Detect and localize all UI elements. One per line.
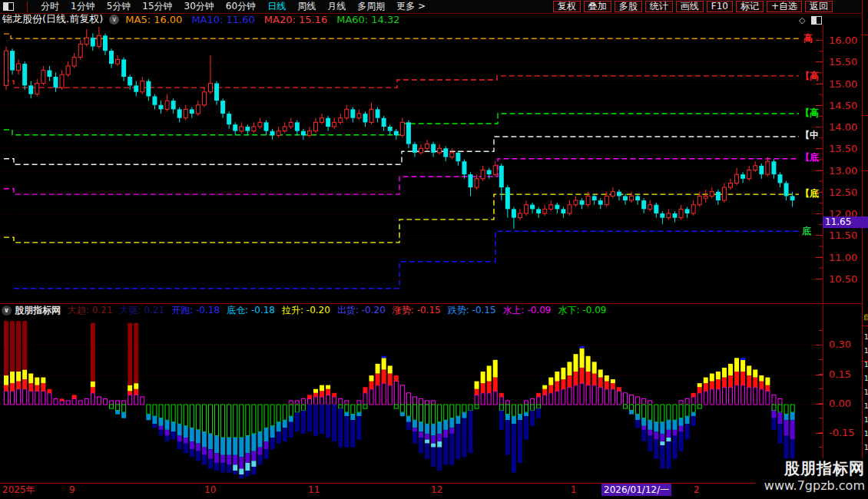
indicator-seg-below — [635, 415, 640, 421]
indicator-seg-above — [574, 372, 578, 385]
period-item-5分钟[interactable]: 5分钟 — [107, 0, 131, 13]
indicator-seg-above — [765, 378, 770, 385]
period-item-60分钟[interactable]: 60分钟 — [226, 0, 256, 13]
candle-body-up — [475, 179, 479, 187]
window-split-icon[interactable] — [3, 2, 14, 11]
candle-body-up — [574, 200, 578, 205]
indicator-seg-below — [771, 418, 776, 430]
indicator-seg-below — [672, 430, 677, 436]
toolbar-button-标记[interactable]: 标记 — [736, 1, 764, 12]
indicator-seg-below — [784, 405, 788, 415]
indicator-seg-below — [426, 405, 429, 424]
indicator-seg-above — [382, 369, 386, 383]
indicator-seg-below — [202, 431, 207, 447]
candle-body-up — [202, 92, 206, 105]
toolbar-button-F10[interactable]: F10 — [707, 1, 733, 12]
indicator-seg-below — [630, 405, 634, 411]
indicator-seg-below — [432, 405, 436, 424]
candle-body-up — [116, 59, 120, 64]
candle-body-up — [543, 209, 547, 213]
candle-body-down — [295, 122, 300, 131]
indicator-seg-below — [171, 431, 176, 439]
candle-body-down — [177, 109, 182, 117]
chart-canvas[interactable] — [0, 0, 868, 499]
indicator-seg-below — [660, 445, 664, 468]
indicator-seg-above — [740, 358, 745, 360]
indicator-seg-below — [425, 424, 429, 434]
indicator-seg-above — [536, 393, 541, 397]
indicator-seg-above — [549, 393, 553, 405]
indicator-seg-above — [388, 365, 393, 373]
right-sidebar-strip[interactable]: 自 1 1 1 1 1 1 1 1 1 — [862, 0, 868, 499]
toolbar-button-复权[interactable]: 复权 — [553, 1, 581, 12]
period-item-1分钟[interactable]: 1分钟 — [71, 0, 95, 13]
period-item-多周期[interactable]: 多周期 — [357, 0, 385, 13]
indicator-fields: 大趋: 0.21大驱: 0.21开跑: -0.18底仓: -0.18拉升: -0… — [68, 304, 606, 317]
period-item-周线[interactable]: 周线 — [297, 0, 316, 13]
indicator-seg-below — [784, 415, 789, 421]
candle-body-up — [320, 118, 324, 123]
indicator-seg-above — [598, 378, 603, 388]
candle-body-down — [623, 196, 628, 200]
ma-value-3: MA60: 14.32 — [336, 14, 399, 25]
candle-body-down — [716, 192, 721, 200]
toolbar-button-多股[interactable]: 多股 — [615, 1, 642, 12]
indicator-seg-below — [469, 411, 473, 454]
time-axis[interactable]: 2025年910111212 — [0, 484, 868, 497]
period-item-日线[interactable]: 日线 — [267, 0, 286, 13]
candle-body-down — [128, 77, 132, 85]
chevron-down-icon[interactable]: ∨ — [2, 306, 12, 316]
indicator-seg-above — [84, 398, 88, 405]
indicator-seg-below — [660, 434, 664, 441]
indicator-seg-above — [41, 391, 45, 405]
indicator-seg-below — [251, 451, 256, 461]
candle-body-up — [691, 205, 695, 213]
toolbar-button-叠加[interactable]: 叠加 — [584, 1, 611, 12]
indicator-seg-above — [525, 401, 528, 405]
indicator-seg-below — [505, 415, 510, 421]
candle-body-up — [277, 131, 280, 136]
period-item-30分钟[interactable]: 30分钟 — [184, 0, 214, 13]
diamond-icon[interactable]: ◇ — [799, 15, 805, 25]
indicator-seg-below — [152, 416, 157, 424]
indicator-axis-label: 0.00 — [829, 398, 851, 408]
indicator-seg-below — [679, 431, 684, 451]
candle-body-down — [190, 109, 194, 114]
title-row: 锦龙股份(日线.前复权) ∨ MA5: 16.00MA10: 11.60MA20… — [0, 14, 799, 25]
indicator-seg-below — [356, 416, 361, 439]
period-item-月线[interactable]: 月线 — [327, 0, 346, 13]
period-item-更多 >[interactable]: 更多 > — [396, 0, 426, 13]
toolbar-button-返回[interactable]: 返回 — [805, 1, 833, 12]
indicator-seg-above — [605, 375, 609, 382]
indicator-seg-below — [159, 430, 164, 436]
watermark-line2: www.7gpzb.com — [756, 478, 865, 494]
toolbar-button-统计[interactable]: 统计 — [645, 1, 673, 12]
chevron-down-icon[interactable]: ∨ — [109, 15, 119, 25]
band-label-zhong-white: 【中 — [800, 131, 819, 140]
indicator-seg-below — [196, 444, 200, 451]
indicator-seg-below — [400, 412, 405, 416]
indicator-seg-below — [146, 415, 151, 421]
period-item-分时[interactable]: 分时 — [41, 0, 59, 13]
period-item-15分钟[interactable]: 15分钟 — [142, 0, 172, 13]
indicator-seg-below — [772, 405, 776, 411]
candle-body-down — [121, 59, 126, 77]
candle-body-down — [220, 101, 225, 114]
indicator-seg-above — [10, 383, 15, 391]
indicator-seg-below — [691, 412, 696, 416]
candle-body-up — [196, 105, 200, 114]
indicator-seg-above — [320, 385, 324, 392]
toolbar-button-画线[interactable]: 画线 — [676, 1, 704, 12]
indicator-seg-below — [227, 455, 231, 465]
indicator-seg-below — [246, 405, 250, 435]
indicator-seg-above — [611, 383, 615, 389]
candle-body-up — [735, 174, 739, 183]
toolbar-button-+自选[interactable]: +自选 — [767, 1, 802, 12]
candle-body-down — [505, 187, 510, 209]
indicator-seg-above — [753, 378, 757, 388]
indicator-seg-below — [518, 405, 522, 415]
indicator-seg-above — [29, 391, 33, 405]
indicator-seg-above — [60, 398, 65, 401]
indicator-seg-below — [289, 416, 293, 422]
pane-icon[interactable] — [811, 16, 822, 25]
